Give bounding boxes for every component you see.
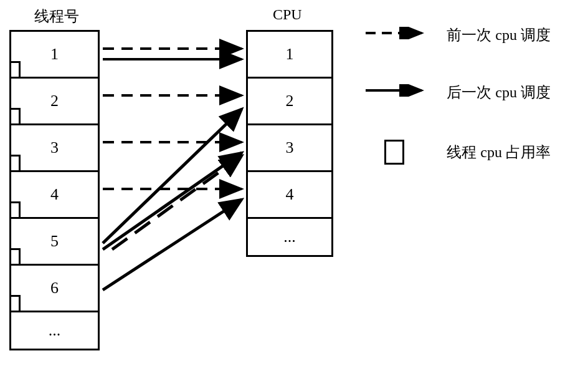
thread-number: 1 <box>50 45 59 64</box>
thread-number: ... <box>49 321 61 340</box>
thread-cell: 2 <box>11 79 98 125</box>
cpu-number: 4 <box>286 185 294 204</box>
cpu-usage-indicator <box>9 295 21 312</box>
legend-item-dashed: 前一次 cpu 调度 <box>366 25 551 45</box>
cpu-cell: 4 <box>248 172 331 219</box>
thread-cell: 6 <box>11 266 98 312</box>
cpu-column-header: CPU <box>273 6 302 23</box>
thread-number: 3 <box>50 138 59 157</box>
cpu-usage-indicator <box>9 155 21 172</box>
solid-arrow-icon <box>366 84 428 100</box>
thread-number: 4 <box>50 185 59 204</box>
square-icon <box>366 140 428 165</box>
cpu-usage-indicator <box>9 108 21 125</box>
cpu-cell: ... <box>248 219 331 255</box>
thread-cell: 5 <box>11 219 98 266</box>
thread-number: 2 <box>50 92 59 110</box>
cpu-usage-indicator <box>9 248 21 266</box>
thread-table: 1 2 3 4 5 6 ... <box>9 30 100 350</box>
thread-number: 5 <box>50 232 59 251</box>
solid-arrow <box>112 156 242 249</box>
legend-item-square: 线程 cpu 占用率 <box>366 140 551 165</box>
cpu-usage-indicator <box>9 201 21 219</box>
thread-cell: 1 <box>11 32 98 79</box>
legend: 前一次 cpu 调度 后一次 cpu 调度 线程 cpu 占用率 <box>366 25 551 202</box>
thread-cell: ... <box>11 312 98 349</box>
thread-cell: 4 <box>11 172 98 219</box>
cpu-cell: 3 <box>248 125 331 172</box>
solid-arrow <box>103 109 242 243</box>
legend-label: 后一次 cpu 调度 <box>447 82 551 102</box>
cpu-cell: 1 <box>248 32 331 79</box>
thread-cell: 3 <box>11 125 98 172</box>
legend-label: 线程 cpu 占用率 <box>447 142 551 162</box>
cpu-number: ... <box>283 228 296 246</box>
legend-item-solid: 后一次 cpu 调度 <box>366 82 551 102</box>
cpu-cell: 2 <box>248 79 331 125</box>
thread-number: 6 <box>50 279 59 297</box>
dashed-arrow-icon <box>366 27 428 43</box>
cpu-usage-indicator <box>9 61 21 79</box>
thread-column-header: 线程号 <box>34 6 79 26</box>
cpu-number: 2 <box>286 92 294 110</box>
solid-arrow <box>103 200 242 290</box>
legend-label: 前一次 cpu 调度 <box>447 25 551 45</box>
cpu-number: 1 <box>286 45 294 64</box>
solid-arrow <box>103 153 242 249</box>
cpu-number: 3 <box>286 138 294 157</box>
cpu-table: 1 2 3 4 ... <box>246 30 333 257</box>
